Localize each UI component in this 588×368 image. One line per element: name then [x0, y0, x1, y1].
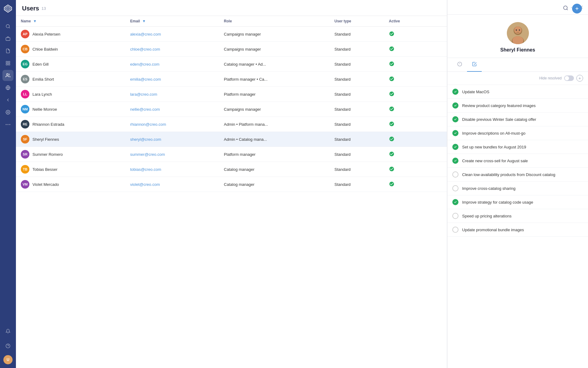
svg-rect-8 — [6, 63, 8, 65]
email-link-0[interactable]: alexia@creo.com — [130, 32, 161, 36]
cell-name-1: CB Chloe Baldwin — [16, 42, 125, 57]
task-label-7: Improve cross-catalog sharing — [462, 186, 515, 191]
cell-email-7[interactable]: sheryl@creo.com — [125, 132, 219, 147]
cell-usertype-4: Standard — [330, 87, 384, 102]
task-check-4 — [452, 144, 458, 150]
global-add-button[interactable] — [572, 4, 582, 13]
col-email[interactable]: Email ▼ — [125, 16, 219, 27]
cell-email-8[interactable]: summer@creo.com — [125, 147, 219, 162]
table-row[interactable]: RE Rhiannon Estrada rhiannon@creo.com Ad… — [16, 117, 447, 132]
sidebar-settings[interactable] — [2, 107, 13, 118]
table-row[interactable]: NM Nellie Monroe nellie@creo.com Campaig… — [16, 102, 447, 117]
cell-role-5: Campaigns manager — [219, 102, 330, 117]
sidebar-chart[interactable] — [2, 58, 13, 69]
cell-email-6[interactable]: rhiannon@creo.com — [125, 117, 219, 132]
cell-email-9[interactable]: tobias@creo.com — [125, 162, 219, 177]
task-check-5 — [452, 158, 458, 164]
email-link-8[interactable]: summer@creo.com — [130, 152, 165, 157]
email-link-7[interactable]: sheryl@creo.com — [130, 137, 161, 142]
cell-role-7: Admin • Catalog mana... — [219, 132, 330, 147]
cell-usertype-10: Standard — [330, 177, 384, 192]
sidebar-more[interactable] — [2, 119, 13, 130]
task-item[interactable]: Update promotional bundle images — [447, 223, 588, 237]
cell-email-2[interactable]: eden@creo.com — [125, 57, 219, 72]
task-item[interactable]: Speed up pricing alterations — [447, 209, 588, 223]
cell-name-3: ES Emilia Short — [16, 72, 125, 87]
col-name[interactable]: Name ▼ — [16, 16, 125, 27]
cell-usertype-0: Standard — [330, 27, 384, 42]
cell-actions-8 — [427, 147, 447, 162]
cell-actions-1 — [427, 42, 447, 57]
task-label-3: Improve descriptions on All-must-go — [462, 131, 526, 136]
add-task-button[interactable]: + — [576, 75, 583, 82]
user-avatar-5: NM — [21, 105, 29, 113]
cell-email-3[interactable]: emilia@creo.com — [125, 72, 219, 87]
email-link-9[interactable]: tobias@creo.com — [130, 167, 161, 172]
cell-email-5[interactable]: nellie@creo.com — [125, 102, 219, 117]
task-label-9: Speed up pricing alterations — [462, 214, 511, 218]
cell-email-1[interactable]: chloe@creo.com — [125, 42, 219, 57]
table-row[interactable]: VM Violet Mercado violet@creo.com Catalo… — [16, 177, 447, 192]
task-label-5: Create new cross-sell for August sale — [462, 159, 528, 163]
cell-email-0[interactable]: alexia@creo.com — [125, 27, 219, 42]
table-row[interactable]: CB Chloe Baldwin chloe@creo.com Campaign… — [16, 42, 447, 57]
table-row[interactable]: TB Tobias Besser tobias@creo.com Catalog… — [16, 162, 447, 177]
col-role: Role — [219, 16, 330, 27]
tasks-tab[interactable] — [467, 58, 482, 72]
task-label-10: Update promotional bundle images — [462, 228, 524, 232]
task-item[interactable]: Improve cross-catalog sharing — [447, 182, 588, 195]
task-item[interactable]: Review product category featured images — [447, 99, 588, 113]
task-item[interactable]: Improve strategy for catalog code usage — [447, 195, 588, 209]
right-panel: ⋯ ✕ — [447, 0, 588, 368]
email-link-2[interactable]: eden@creo.com — [130, 62, 160, 67]
table-row[interactable]: SF Sheryl Fiennes sheryl@creo.com Admin … — [16, 132, 447, 147]
task-item[interactable]: Clean low-availability products from Dis… — [447, 168, 588, 182]
cell-usertype-1: Standard — [330, 42, 384, 57]
user-avatar-2: EG — [21, 60, 29, 68]
email-link-10[interactable]: violet@creo.com — [130, 182, 160, 187]
table-row[interactable]: LL Lara Lynch lara@creo.com Platform man… — [16, 87, 447, 102]
task-item[interactable]: Disable previous Winter Sale catalog off… — [447, 113, 588, 126]
hide-resolved-toggle[interactable] — [564, 75, 574, 81]
task-item[interactable]: Update MacOS — [447, 85, 588, 99]
table-row[interactable]: ES Emilia Short emilia@creo.com Platform… — [16, 72, 447, 87]
email-link-5[interactable]: nellie@creo.com — [130, 107, 160, 112]
user-avatar-8: SR — [21, 150, 29, 159]
task-item[interactable]: Create new cross-sell for August sale — [447, 154, 588, 168]
task-check-3 — [452, 130, 458, 136]
cell-role-3: Platform manager • Ca... — [219, 72, 330, 87]
sidebar-back[interactable] — [2, 94, 13, 105]
email-link-1[interactable]: chloe@creo.com — [130, 47, 160, 52]
table-row[interactable]: SR Summer Romero summer@creo.com Platfor… — [16, 147, 447, 162]
svg-rect-7 — [8, 63, 10, 65]
cell-role-2: Catalog manager • Ad... — [219, 57, 330, 72]
title-text: Users — [22, 5, 39, 12]
user-avatar-sidebar[interactable]: U — [3, 355, 13, 364]
email-link-6[interactable]: rhiannon@creo.com — [130, 122, 166, 127]
table-row[interactable]: AP Alexia Petersen alexia@creo.com Campa… — [16, 27, 447, 42]
cell-active-1 — [384, 42, 427, 57]
cell-actions-7 — [427, 132, 447, 147]
info-tab[interactable] — [452, 58, 467, 72]
cell-active-10 — [384, 177, 427, 192]
email-link-3[interactable]: emilia@creo.com — [130, 77, 161, 82]
sidebar-search[interactable] — [2, 21, 13, 32]
tasks-list: Update MacOS Review product category fea… — [447, 85, 588, 368]
task-check-2 — [452, 116, 458, 122]
cell-email-10[interactable]: violet@creo.com — [125, 177, 219, 192]
sidebar-globe[interactable] — [2, 82, 13, 93]
sidebar-help[interactable] — [2, 340, 13, 351]
cell-email-4[interactable]: lara@creo.com — [125, 87, 219, 102]
sidebar-document[interactable] — [2, 45, 13, 56]
table-row[interactable]: EG Eden Gill eden@creo.com Catalog manag… — [16, 57, 447, 72]
task-item[interactable]: Improve descriptions on All-must-go — [447, 126, 588, 140]
sidebar-briefcase[interactable] — [2, 33, 13, 44]
global-search-button[interactable] — [563, 5, 568, 12]
cell-role-1: Campaigns manager — [219, 42, 330, 57]
app-logo[interactable] — [3, 4, 13, 13]
svg-point-13 — [6, 124, 7, 125]
email-link-4[interactable]: lara@creo.com — [130, 92, 157, 97]
task-item[interactable]: Set up new bundles for August 2019 — [447, 140, 588, 154]
sidebar-users[interactable] — [2, 70, 13, 81]
sidebar-bell[interactable] — [2, 326, 13, 337]
